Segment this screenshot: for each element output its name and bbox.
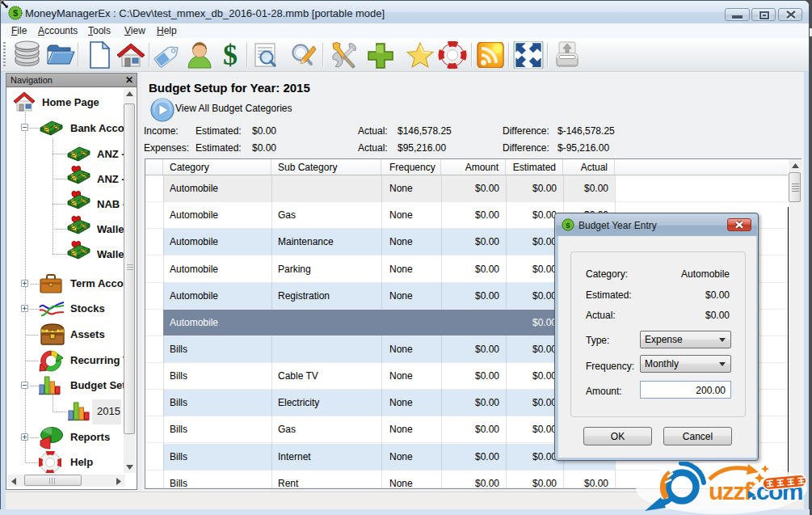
svg-text:$: $ — [223, 41, 238, 69]
svg-text:$: $ — [13, 8, 18, 18]
svg-text:uzzf: uzzf — [709, 478, 753, 504]
svg-text:$: $ — [566, 221, 570, 230]
